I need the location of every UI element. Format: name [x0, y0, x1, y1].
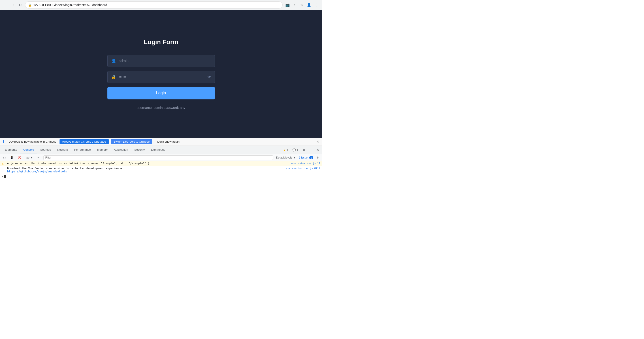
- console-toolbar: ⬚ 📱 🚫 top ▼ 👁 Default levels ▼ 1 Issue: …: [0, 154, 322, 161]
- always-match-language-button[interactable]: Always match Chrome's language: [60, 139, 109, 144]
- password-input[interactable]: [119, 75, 205, 79]
- devtools-close-button[interactable]: ✕: [315, 147, 320, 153]
- login-container: Login Form 👤 🔒 👁 Login username: admin p…: [108, 39, 215, 110]
- tab-memory[interactable]: Memory: [94, 146, 111, 154]
- console-prompt[interactable]: >: [0, 174, 322, 178]
- lock-icon: 🔒: [111, 75, 116, 80]
- reload-button[interactable]: ↻: [17, 2, 23, 8]
- back-button[interactable]: ←: [3, 2, 9, 8]
- tab-performance[interactable]: Performance: [71, 146, 94, 154]
- tab-elements[interactable]: Elements: [2, 146, 20, 154]
- switch-devtools-chinese-button[interactable]: Switch DevTools to Chinese: [111, 139, 152, 144]
- devtools-notification-bar: ℹ DevTools is now available in Chinese! …: [0, 138, 322, 146]
- tab-application[interactable]: Application: [111, 146, 131, 154]
- tab-sources[interactable]: Sources: [37, 146, 54, 154]
- page-content: Login Form 👤 🔒 👁 Login username: admin p…: [0, 10, 322, 138]
- clear-button[interactable]: 🚫: [16, 156, 22, 160]
- login-button[interactable]: Login: [108, 87, 215, 99]
- default-levels-arrow: ▼: [293, 156, 296, 159]
- prompt-cursor: [4, 175, 6, 178]
- tab-network[interactable]: Network: [54, 146, 71, 154]
- console-output: ⚠ ▶ [vue-router] Duplicate named routes …: [0, 161, 322, 178]
- console-toolbar-right: Default levels ▼ 1 Issue: 1 ⚙: [275, 156, 320, 160]
- devtools-tabs-bar: Elements Console Sources Network Perform…: [0, 146, 322, 154]
- console-line-info: Download the Vue Devtools extension for …: [0, 166, 322, 174]
- devtools-tab-actions: ▲ 1 💬 1 ⚙ ⋮ ✕: [281, 147, 320, 153]
- default-levels-label: Default levels: [276, 156, 292, 159]
- notification-text: DevTools is now available in Chinese!: [8, 140, 57, 143]
- warning-badge: ▲: [283, 148, 286, 152]
- filter-input[interactable]: [44, 155, 273, 160]
- nav-buttons: ← → ↻: [3, 2, 23, 8]
- console-info-text: Download the Vue Devtools extension for …: [7, 167, 284, 173]
- notification-close-button[interactable]: ✕: [316, 140, 319, 144]
- warning-icon: ⚠: [2, 162, 5, 165]
- warning-count-button[interactable]: ▲ 1: [281, 148, 290, 152]
- browser-chrome: ← → ↻ 🔒 📺 ↑ ☆ 👤 ⋮: [0, 0, 322, 10]
- settings-button[interactable]: ⚙: [301, 148, 307, 152]
- username-input[interactable]: [119, 59, 211, 63]
- toolbar-icons: 📺 ↑ ☆ 👤 ⋮: [284, 2, 319, 8]
- device-mode-button[interactable]: 📱: [9, 156, 15, 160]
- message-count-button[interactable]: 💬 1: [291, 148, 300, 152]
- top-context-button[interactable]: top ▼: [24, 156, 34, 160]
- console-line-warning: ⚠ ▶ [vue-router] Duplicate named routes …: [0, 161, 322, 166]
- username-input-group: 👤: [108, 55, 215, 67]
- cast-icon[interactable]: 📺: [284, 2, 291, 8]
- inspect-button[interactable]: ⬚: [2, 156, 7, 160]
- login-form: 👤 🔒 👁 Login username: admin password: an…: [108, 55, 215, 110]
- issue-badge: 1: [309, 156, 313, 159]
- console-warning-text: ▶ [vue-router] Duplicate named routes de…: [7, 162, 289, 165]
- console-warning-source[interactable]: vue-router.esm.js:17: [291, 162, 320, 165]
- console-info-source[interactable]: vue.runtime.esm.js:8412: [286, 167, 320, 170]
- tab-lighthouse[interactable]: Lighthouse: [148, 146, 168, 154]
- message-count: 1: [297, 148, 298, 152]
- hint-text: username: admin password: any: [108, 106, 215, 110]
- issue-count-display: 1 Issue: 1: [299, 156, 313, 159]
- warning-count: 1: [287, 148, 288, 152]
- top-context-label: top: [26, 156, 30, 159]
- address-bar[interactable]: 🔒: [25, 1, 282, 9]
- eye-button[interactable]: 👁: [36, 156, 42, 160]
- default-levels-button[interactable]: Default levels ▼: [275, 156, 297, 160]
- lock-icon: 🔒: [28, 3, 32, 7]
- message-icon: 💬: [292, 148, 296, 152]
- url-input[interactable]: [33, 3, 280, 7]
- browser-titlebar: ← → ↻ 🔒 📺 ↑ ☆ 👤 ⋮: [0, 0, 322, 10]
- tab-security[interactable]: Security: [131, 146, 148, 154]
- share-icon[interactable]: ↑: [292, 2, 298, 8]
- toggle-password-button[interactable]: 👁: [208, 75, 211, 79]
- top-context-arrow: ▼: [30, 156, 33, 159]
- password-input-group: 🔒 👁: [108, 71, 215, 83]
- login-title: Login Form: [144, 39, 178, 46]
- devtools-panel: Elements Console Sources Network Perform…: [0, 146, 322, 178]
- prompt-arrow-icon: >: [2, 175, 3, 178]
- console-settings-button[interactable]: ⚙: [315, 156, 320, 160]
- profile-icon[interactable]: 👤: [306, 2, 312, 8]
- info-icon: ℹ: [3, 140, 6, 144]
- forward-button[interactable]: →: [10, 2, 16, 8]
- user-icon: 👤: [111, 59, 116, 63]
- devtools-link[interactable]: https://github.com/vuejs/vue-devtools: [7, 170, 67, 173]
- bookmark-icon[interactable]: ☆: [299, 2, 305, 8]
- dont-show-again-button[interactable]: Don't show again: [154, 139, 182, 144]
- menu-icon[interactable]: ⋮: [313, 2, 319, 8]
- more-options-button[interactable]: ⋮: [308, 148, 314, 152]
- issue-count-text: 1 Issue:: [299, 156, 308, 159]
- tab-console[interactable]: Console: [20, 146, 37, 154]
